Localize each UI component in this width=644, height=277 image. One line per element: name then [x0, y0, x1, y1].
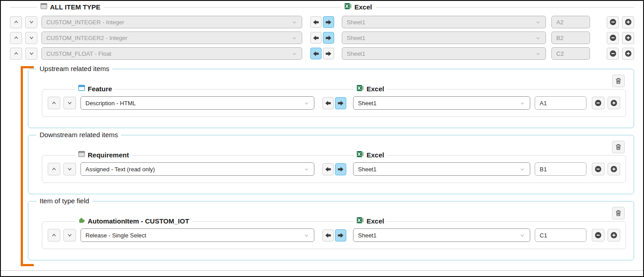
move-down-button[interactable] [63, 229, 76, 241]
plus-circle-icon [610, 232, 617, 239]
trash-icon [615, 143, 622, 151]
move-up-button[interactable] [10, 16, 22, 28]
cell-input[interactable] [551, 47, 590, 60]
minus-circle-icon [609, 18, 617, 26]
arrow-left-icon [313, 19, 319, 26]
plus-circle-icon [610, 99, 617, 107]
excel-label: Excel [367, 85, 384, 93]
map-right-button[interactable] [323, 48, 334, 59]
remove-mapping-button[interactable] [607, 16, 619, 28]
item-field-select[interactable]: Release - Single Select [80, 228, 314, 242]
cell-input[interactable] [535, 162, 586, 176]
move-up-button[interactable] [10, 48, 22, 60]
delete-section-button[interactable] [612, 207, 625, 219]
item-type-label: Feature [88, 85, 112, 93]
mapping-row: Description - HTML Sheet1 [48, 96, 620, 110]
cell-input[interactable] [535, 96, 586, 110]
excel-legend: Excel [354, 151, 387, 159]
add-mapping-button[interactable] [608, 97, 620, 109]
sheet-value: Sheet1 [358, 232, 376, 239]
arrow-right-icon [337, 232, 344, 239]
minus-circle-icon [609, 50, 617, 57]
cell-input[interactable] [551, 16, 590, 28]
map-right-button[interactable] [335, 163, 346, 175]
map-right-button[interactable] [335, 229, 346, 241]
map-left-button[interactable] [310, 32, 322, 44]
item-field-select[interactable]: Description - HTML [80, 96, 314, 110]
minus-circle-icon [595, 232, 602, 239]
section-item-of-type-field: Item of type field AutomationItem - CUST… [28, 201, 634, 260]
map-left-button[interactable] [322, 229, 334, 241]
remove-mapping-button[interactable] [592, 97, 604, 109]
move-up-button[interactable] [48, 163, 60, 175]
add-mapping-button[interactable] [608, 229, 620, 241]
sheet-select[interactable]: Sheet1 [353, 228, 530, 242]
minus-circle-icon [609, 34, 617, 41]
mapping-group: Requirement Excel Assigned - Text (read … [42, 155, 626, 183]
map-left-button[interactable] [310, 48, 322, 59]
sheet-value: Sheet1 [347, 35, 365, 41]
cell-input[interactable] [551, 31, 590, 44]
move-down-button[interactable] [63, 97, 76, 109]
move-up-button[interactable] [10, 32, 22, 44]
map-left-button[interactable] [322, 97, 334, 109]
excel-icon [357, 151, 364, 159]
item-field-value: CUSTOM_INTEGER2 - Integer [46, 35, 127, 41]
trash-icon [615, 210, 622, 217]
move-up-button[interactable] [48, 229, 60, 241]
mapping-row: CUSTOM_FLOAT - Float Sheet1 [10, 47, 634, 60]
add-mapping-button[interactable] [608, 163, 620, 175]
item-field-select[interactable]: Assigned - Text (read only) [80, 162, 314, 176]
move-down-button[interactable] [25, 48, 37, 60]
excel-icon [357, 85, 364, 93]
excel-legend: Excel [354, 85, 387, 93]
map-left-button[interactable] [310, 16, 322, 28]
chevron-down-icon [519, 166, 525, 172]
remove-mapping-button[interactable] [607, 32, 619, 44]
sheet-select[interactable]: Sheet1 [353, 96, 530, 110]
move-down-button[interactable] [25, 16, 37, 28]
add-mapping-button[interactable] [622, 32, 634, 44]
chevron-down-icon [304, 166, 309, 172]
move-down-button[interactable] [25, 32, 37, 44]
all-item-type-label: ALL ITEM TYPE [50, 3, 100, 11]
map-left-button[interactable] [322, 163, 334, 175]
top-mapping-rows: CUSTOM_INTEGER - Integer Sheet1 [1, 8, 643, 60]
sheet-select[interactable]: Sheet1 [342, 31, 546, 44]
mapping-row: Release - Single Select Sheet1 [48, 228, 620, 242]
sheet-select[interactable]: Sheet1 [342, 16, 546, 28]
chevron-down-icon [291, 19, 297, 25]
item-field-select[interactable]: CUSTOM_FLOAT - Float [41, 47, 302, 60]
item-field-select[interactable]: CUSTOM_INTEGER2 - Integer [41, 31, 302, 44]
sheet-value: Sheet1 [358, 100, 376, 107]
excel-icon [357, 217, 364, 225]
chevron-down-icon [519, 100, 525, 106]
move-down-button[interactable] [63, 163, 76, 175]
cell-input[interactable] [535, 228, 586, 242]
map-right-button[interactable] [335, 97, 346, 109]
remove-mapping-button[interactable] [592, 163, 604, 175]
item-type-label: AutomationItem - CUSTOM_IOT [88, 217, 189, 225]
minus-circle-icon [595, 165, 602, 173]
item-type-legend: Feature [76, 85, 115, 93]
mapping-row: CUSTOM_INTEGER2 - Integer Sheet1 [10, 31, 634, 44]
top-fieldset: ALL ITEM TYPE Excel [10, 7, 634, 8]
plus-circle-icon [625, 50, 632, 57]
arrow-right-icon [325, 50, 332, 57]
excel-legend: Excel [354, 217, 387, 225]
item-field-select[interactable]: CUSTOM_INTEGER - Integer [41, 16, 302, 28]
add-mapping-button[interactable] [622, 48, 634, 60]
mapping-group: Feature Excel Description - HTML [42, 89, 626, 117]
move-up-button[interactable] [48, 97, 60, 109]
remove-mapping-button[interactable] [607, 48, 619, 60]
map-right-button[interactable] [323, 32, 334, 44]
sheet-select[interactable]: Sheet1 [342, 47, 546, 60]
delete-section-button[interactable] [612, 75, 625, 87]
item-field-value: Description - HTML [85, 100, 136, 107]
remove-mapping-button[interactable] [592, 229, 604, 241]
sheet-select[interactable]: Sheet1 [353, 162, 530, 176]
map-right-button[interactable] [323, 16, 334, 28]
delete-section-button[interactable] [612, 141, 625, 153]
add-mapping-button[interactable] [622, 16, 634, 28]
item-field-value: Release - Single Select [85, 232, 146, 239]
